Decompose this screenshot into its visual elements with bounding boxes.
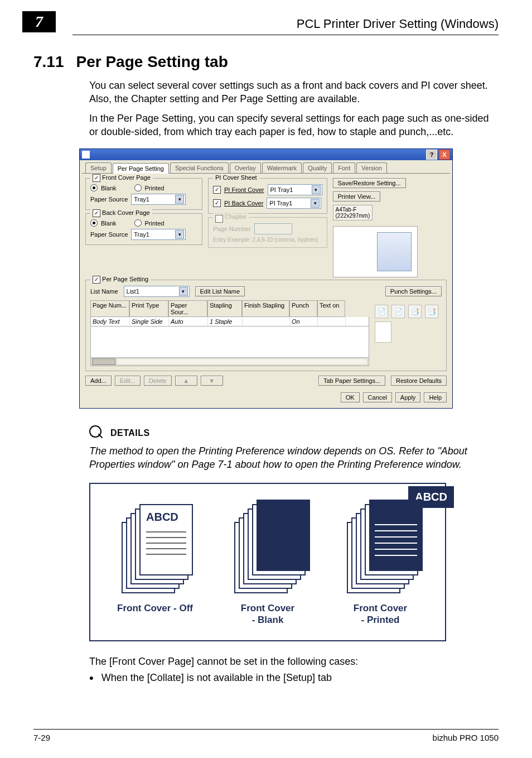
- add-button[interactable]: Add...: [85, 376, 112, 386]
- front-cover-printed-label: Printed: [145, 185, 165, 191]
- illus-printed-cover: [369, 500, 423, 571]
- back-cover-legend: Back Cover Page: [102, 209, 150, 216]
- chevron-down-icon: ▾: [179, 287, 188, 296]
- ok-button[interactable]: OK: [341, 392, 360, 402]
- finish-icon-2[interactable]: 📄: [391, 305, 405, 318]
- bullet-icon: •: [89, 672, 94, 684]
- chapter-checkbox[interactable]: [215, 215, 223, 223]
- back-cover-group: Back Cover Page Blank Printed Paper Sour…: [85, 213, 202, 245]
- titlebar-close-button[interactable]: X: [439, 150, 450, 160]
- save-restore-button[interactable]: Save/Restore Setting...: [333, 178, 406, 188]
- magnifier-icon: [89, 425, 105, 441]
- caption-printed: Front Cover - Printed: [330, 602, 431, 626]
- printer-view-button[interactable]: Printer View...: [333, 191, 381, 202]
- chapter-marker: 7: [22, 11, 56, 32]
- running-title: PCL Printer Driver Setting (Windows): [297, 17, 499, 31]
- delete-button[interactable]: Delete: [144, 376, 172, 386]
- scrollbar-thumb[interactable]: [92, 358, 115, 365]
- chapter-page-number-label: Page Number: [213, 226, 251, 232]
- tab-watermark[interactable]: Watermark: [262, 162, 302, 173]
- pi-front-checkbox[interactable]: [213, 186, 221, 194]
- list-name-select[interactable]: List1 ▾: [124, 286, 190, 297]
- product-name: bizhub PRO 1050: [433, 733, 499, 742]
- illus-blank-cover: [257, 500, 310, 571]
- col-paper-source[interactable]: Paper Sour...: [168, 300, 207, 317]
- back-cover-blank-radio[interactable]: [90, 219, 98, 227]
- edit-button[interactable]: Edit...: [115, 376, 141, 386]
- apply-button[interactable]: Apply: [395, 392, 421, 402]
- col-finish-stapling[interactable]: Finish Stapling: [242, 300, 289, 317]
- col-stapling[interactable]: Stapling: [207, 300, 242, 317]
- tab-version[interactable]: Version: [356, 162, 387, 173]
- pi-back-checkbox[interactable]: [213, 199, 221, 207]
- front-cover-checkbox[interactable]: [93, 174, 100, 182]
- finish-icon-3[interactable]: 📑: [408, 305, 422, 318]
- chapter-page-number-input[interactable]: [254, 223, 292, 234]
- illus-off-title: ABCD: [146, 511, 186, 524]
- help-button[interactable]: Help: [424, 392, 447, 402]
- punch-settings-button[interactable]: Punch Settings...: [385, 286, 442, 296]
- chevron-down-icon: ▾: [311, 199, 320, 208]
- front-paper-source-select[interactable]: Tray1 ▾: [131, 194, 186, 205]
- col-punch[interactable]: Punch: [289, 300, 317, 317]
- tab-special-functions[interactable]: Special Functions: [170, 162, 229, 173]
- page-preview: [333, 226, 418, 277]
- chevron-down-icon: ▾: [312, 185, 321, 194]
- tab-setup[interactable]: Setup: [85, 162, 112, 173]
- finish-option-icons: 📄 📄 📑 📑: [375, 305, 442, 318]
- back-cover-blank-label: Blank: [101, 220, 117, 227]
- front-cover-blank-radio[interactable]: [90, 184, 98, 191]
- col-page-num[interactable]: Page Num...: [90, 300, 129, 317]
- cancel-button[interactable]: Cancel: [363, 392, 392, 402]
- tab-font[interactable]: Font: [333, 162, 355, 173]
- bullet-item: • When the [Collate] is not available in…: [89, 672, 499, 684]
- move-down-button[interactable]: ▼: [201, 376, 223, 386]
- details-text: The method to open the Printing Preferen…: [89, 444, 499, 472]
- cell-page-num: Body Text: [91, 317, 130, 326]
- per-page-setting-legend: Per Page Setting: [102, 276, 148, 282]
- col-text-on[interactable]: Text on: [317, 300, 345, 317]
- caption-blank: Front Cover - Blank: [217, 602, 318, 626]
- back-cover-printed-radio[interactable]: [134, 219, 142, 227]
- illus-front-cover-blank: A: [217, 496, 318, 592]
- cell-punch: On: [290, 317, 318, 326]
- cannot-set-line: The [Front Cover Page] cannot be set in …: [89, 655, 499, 669]
- restore-defaults-button[interactable]: Restore Defaults: [391, 376, 447, 386]
- tray-icon: [375, 322, 391, 343]
- tab-overlay[interactable]: Overlay: [230, 162, 261, 173]
- tab-quality[interactable]: Quality: [303, 162, 332, 173]
- page-footer: 7-29 bizhub PRO 1050: [33, 729, 499, 742]
- edit-list-name-button[interactable]: Edit List Name: [195, 286, 245, 296]
- chevron-down-icon: ▾: [175, 195, 184, 204]
- move-up-button[interactable]: ▲: [175, 376, 197, 386]
- dialog-screenshot: ? X Setup Per Page Setting Special Funct…: [79, 148, 453, 409]
- col-print-type[interactable]: Print Type: [129, 300, 168, 317]
- illus-off-front-page: ABCD: [139, 504, 193, 575]
- pi-front-select[interactable]: PI Tray1 ▾: [268, 184, 322, 195]
- pi-cover-group: PI Cover Sheet PI Front Cover PI Tray1 ▾: [208, 178, 327, 214]
- front-paper-source-value: Tray1: [134, 196, 149, 203]
- dialog-titlebar: ? X: [80, 149, 452, 160]
- front-cover-legend: Front Cover Page: [102, 174, 151, 181]
- list-name-value: List1: [127, 288, 139, 295]
- per-page-list-body: [90, 327, 369, 366]
- finish-icon-4[interactable]: 📑: [425, 305, 438, 318]
- horizontal-scrollbar[interactable]: [91, 357, 369, 366]
- pi-back-label: PI Back Cover: [224, 200, 263, 207]
- paper-info-box: A4Tab-F (222x297mm): [333, 205, 373, 220]
- list-name-label: List Name: [90, 288, 118, 295]
- section-number: 7.11: [33, 53, 64, 71]
- per-page-setting-checkbox[interactable]: [93, 276, 100, 284]
- back-cover-checkbox[interactable]: [93, 209, 100, 217]
- pi-back-select[interactable]: PI Tray1 ▾: [267, 198, 321, 209]
- back-paper-source-select[interactable]: Tray1 ▾: [131, 229, 186, 240]
- finish-icon-1[interactable]: 📄: [375, 305, 388, 318]
- front-cover-printed-radio[interactable]: [134, 184, 142, 191]
- per-page-list-row[interactable]: Body Text Single Side Auto 1 Staple On: [90, 317, 369, 327]
- running-header: PCL Printer Driver Setting (Windows): [72, 17, 499, 35]
- tab-paper-settings-button[interactable]: Tab Paper Settings...: [318, 376, 385, 386]
- tab-per-page-setting[interactable]: Per Page Setting: [113, 163, 169, 174]
- dialog-icon: [82, 151, 90, 159]
- titlebar-help-button[interactable]: ?: [426, 150, 437, 160]
- back-paper-source-label: Paper Source: [90, 231, 128, 238]
